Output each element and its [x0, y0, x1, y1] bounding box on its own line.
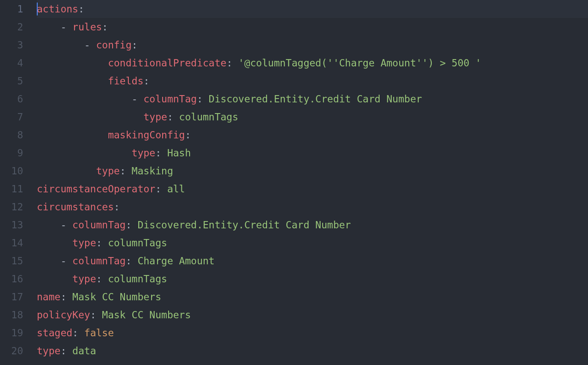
yaml-indent [37, 147, 132, 159]
line-number: 12 [0, 198, 23, 216]
yaml-value: Mask CC Numbers [72, 291, 161, 302]
yaml-key: conditionalPredicate [108, 57, 226, 69]
yaml-indent [37, 165, 96, 177]
yaml-key: type [37, 345, 60, 356]
yaml-bool: false [84, 327, 114, 338]
line-number: 13 [0, 216, 23, 234]
yaml-colon: : [226, 57, 238, 69]
line-number: 14 [0, 234, 23, 252]
code-line[interactable]: policyKey: Mask CC Numbers [37, 306, 588, 324]
yaml-value: columnTags [108, 237, 167, 248]
yaml-colon: : [167, 111, 179, 123]
yaml-key: circumstances [37, 201, 114, 212]
code-line[interactable]: conditionalPredicate: '@columnTagged(''C… [37, 54, 588, 72]
yaml-indent [37, 93, 132, 105]
code-line[interactable]: type: Masking [37, 162, 588, 180]
code-line[interactable]: actions: [37, 0, 588, 18]
code-line[interactable]: fields: [37, 72, 588, 90]
code-line[interactable]: type: columnTags [37, 108, 588, 126]
yaml-key: circumstanceOperator [37, 183, 155, 194]
yaml-colon: : [155, 147, 167, 159]
yaml-indent [37, 273, 72, 284]
code-line[interactable]: type: data [37, 342, 588, 360]
code-line[interactable]: - config: [37, 36, 588, 54]
yaml-colon: : [90, 309, 102, 320]
yaml-colon: : [120, 165, 132, 177]
line-number: 6 [0, 90, 23, 108]
line-number: 2 [0, 18, 23, 36]
line-number: 1 [0, 0, 23, 18]
line-number: 9 [0, 144, 23, 162]
yaml-colon: : [96, 273, 108, 284]
yaml-key: type [132, 147, 155, 159]
yaml-colon: : [72, 327, 84, 338]
yaml-key: columnTag [143, 93, 197, 105]
yaml-indent [37, 129, 108, 141]
yaml-colon: : [126, 255, 138, 266]
yaml-key: columnTag [72, 219, 126, 230]
yaml-key: fields [108, 75, 143, 87]
yaml-colon: : [114, 201, 120, 212]
line-number-gutter: 1 2 3 4 5 6 7 8 9 10 11 12 13 14 15 16 1… [0, 0, 33, 365]
yaml-key: config [96, 39, 131, 51]
yaml-indent [37, 21, 60, 33]
yaml-colon: : [126, 219, 138, 230]
code-line[interactable]: - columnTag: Discovered.Entity.Credit Ca… [37, 216, 588, 234]
yaml-key: columnTag [72, 255, 126, 266]
yaml-key: maskingConfig [108, 129, 185, 141]
yaml-colon: : [60, 291, 72, 302]
code-line[interactable]: name: Mask CC Numbers [37, 288, 588, 306]
line-number: 8 [0, 126, 23, 144]
yaml-indent [37, 39, 84, 51]
yaml-key: policyKey [37, 309, 90, 320]
line-number: 19 [0, 324, 23, 342]
yaml-key: type [96, 165, 119, 177]
line-number: 5 [0, 72, 23, 90]
yaml-colon: : [102, 21, 108, 33]
line-number: 20 [0, 342, 23, 360]
yaml-indent [37, 237, 72, 248]
code-line[interactable]: type: Hash [37, 144, 588, 162]
yaml-dash: - [60, 21, 72, 33]
yaml-value: columnTags [108, 273, 167, 284]
yaml-colon: : [96, 237, 108, 248]
yaml-key: type [72, 237, 96, 248]
yaml-colon: : [185, 129, 191, 141]
yaml-key: staged [37, 327, 72, 338]
yaml-value: Hash [167, 147, 191, 159]
yaml-colon: : [143, 75, 149, 87]
yaml-key: type [72, 273, 96, 284]
yaml-dash: - [84, 39, 96, 51]
yaml-colon: : [60, 345, 72, 356]
code-line[interactable]: circumstances: [37, 198, 588, 216]
yaml-value: columnTags [179, 111, 238, 123]
yaml-value: Discovered.Entity.Credit Card Number [209, 93, 422, 105]
yaml-string: '@columnTagged(''Charge Amount'') > 500 … [238, 57, 481, 69]
code-content[interactable]: actions: - rules: - config: conditionalP… [33, 0, 588, 365]
yaml-indent [37, 75, 108, 87]
yaml-key: actions [37, 3, 78, 15]
code-editor[interactable]: 1 2 3 4 5 6 7 8 9 10 11 12 13 14 15 16 1… [0, 0, 588, 365]
yaml-value: Charge Amount [137, 255, 214, 266]
code-line[interactable]: - columnTag: Charge Amount [37, 252, 588, 270]
yaml-colon: : [78, 3, 84, 15]
code-line[interactable]: type: columnTags [37, 234, 588, 252]
code-line[interactable]: maskingConfig: [37, 126, 588, 144]
code-line[interactable]: staged: false [37, 324, 588, 342]
yaml-dash: - [60, 219, 72, 230]
code-line[interactable]: - columnTag: Discovered.Entity.Credit Ca… [37, 90, 588, 108]
code-line[interactable]: - rules: [37, 18, 588, 36]
code-line[interactable]: circumstanceOperator: all [37, 180, 588, 198]
yaml-indent [37, 255, 60, 266]
yaml-value: Mask CC Numbers [102, 309, 191, 320]
line-number: 17 [0, 288, 23, 306]
text-cursor [37, 3, 38, 15]
yaml-colon: : [197, 93, 209, 105]
yaml-indent [37, 111, 143, 123]
line-number: 7 [0, 108, 23, 126]
yaml-colon: : [132, 39, 138, 51]
yaml-value: data [72, 345, 96, 356]
code-line[interactable]: type: columnTags [37, 270, 588, 288]
yaml-value: all [167, 183, 185, 194]
yaml-key: name [37, 291, 60, 302]
